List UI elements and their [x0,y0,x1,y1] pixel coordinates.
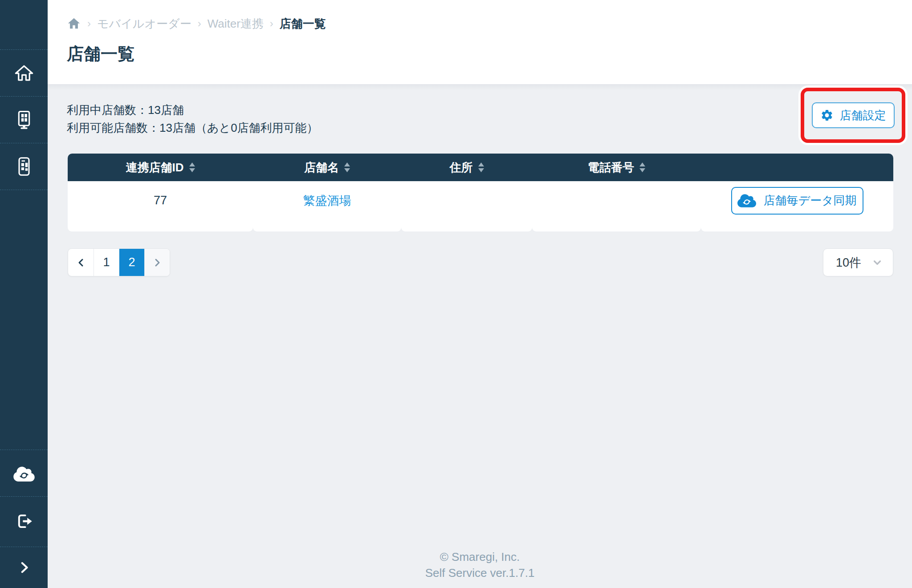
sidebar-item-kiosk[interactable] [0,96,48,143]
store-count-summary: 利用中店舗数：13店舗 利用可能店舗数：13店舗（あと0店舗利用可能） [67,101,318,137]
table-header-row: 連携店舗ID 店舗名 住所 [68,154,893,181]
sort-icon [478,162,484,172]
page-footer: © Smaregi, Inc. Self Service ver.1.7.1 [48,549,912,581]
breadcrumb-separator: › [87,17,91,30]
store-settings-button[interactable]: 店舗設定 [812,102,895,128]
breadcrumb-current: 店舗一覧 [280,16,326,32]
stores-available-text: 利用可能店舗数：13店舗（あと0店舗利用可能） [67,119,318,137]
column-header-store-id[interactable]: 連携店舗ID [68,154,253,181]
column-header-actions [701,154,893,181]
cloud-sync-icon [737,193,756,208]
divider [0,450,48,450]
cell-store-id: 77 [68,181,253,231]
cloud-sync-icon [13,466,35,483]
sidebar-item-expand[interactable] [0,547,48,588]
breadcrumb-home-link[interactable] [67,17,81,30]
mobile-order-icon [14,156,34,177]
store-table: 連携店舗ID 店舗名 住所 [68,154,893,231]
divider [0,190,48,190]
store-name-link[interactable]: 繁盛酒場 [303,193,351,209]
sort-icon [344,162,350,172]
sidebar [0,0,48,588]
stores-in-use-text: 利用中店舗数：13店舗 [67,101,318,119]
breadcrumb: › モバイルオーダー › Waiter連携 › 店舗一覧 [67,16,326,31]
pagination-next-button[interactable] [144,249,170,276]
column-header-phone[interactable]: 電話番号 [532,154,701,181]
pagination-prev-button[interactable] [68,249,94,276]
home-icon [67,17,81,30]
cell-actions: 店舗毎データ同期 [701,181,893,231]
sign-out-icon [15,512,33,531]
pagination: 1 2 [68,248,170,276]
table-row: 77 繁盛酒場 店舗毎データ同期 [68,181,893,231]
pagination-page-2-active[interactable]: 2 [119,249,144,276]
red-annotation-box: 店舗設定 [801,88,905,143]
breadcrumb-waiter[interactable]: Waiter連携 [208,16,264,32]
sidebar-item-mobile-order[interactable] [0,143,48,190]
chevron-right-icon [16,559,33,576]
sort-icon [189,162,195,172]
sidebar-item-home[interactable] [0,49,48,96]
page-title: 店舗一覧 [67,43,134,65]
chevron-down-icon [871,257,883,268]
chevron-right-icon [152,257,163,268]
sort-icon [639,162,645,172]
store-settings-label: 店舗設定 [840,108,886,123]
home-icon [14,63,34,83]
page-size-select[interactable]: 10件 [823,248,893,276]
main-area: › モバイルオーダー › Waiter連携 › 店舗一覧 店舗一覧 利用中店舗数… [48,0,912,588]
gear-icon [820,109,834,122]
cell-phone [532,181,701,231]
kiosk-icon [14,109,34,130]
cell-store-name: 繁盛酒場 [253,181,401,231]
breadcrumb-separator: › [270,17,273,30]
pagination-page-1[interactable]: 1 [94,249,119,276]
sidebar-item-logout[interactable] [0,498,48,544]
column-header-address[interactable]: 住所 [401,154,532,181]
store-data-sync-button[interactable]: 店舗毎データ同期 [731,187,863,215]
page-size-value: 10件 [836,255,861,271]
sidebar-item-cloud-sync[interactable] [0,450,48,497]
breadcrumb-mobile-order[interactable]: モバイルオーダー [97,16,191,32]
sync-button-label: 店舗毎データ同期 [763,193,856,208]
column-header-store-name[interactable]: 店舗名 [253,154,401,181]
chevron-left-icon [76,257,86,268]
copyright-text: © Smaregi, Inc. [48,549,912,565]
breadcrumb-separator: › [198,17,201,30]
content-panel: 利用中店舗数：13店舗 利用可能店舗数：13店舗（あと0店舗利用可能） 店舗設定… [48,84,912,588]
version-text: Self Service ver.1.7.1 [48,565,912,581]
cell-address [401,181,532,231]
